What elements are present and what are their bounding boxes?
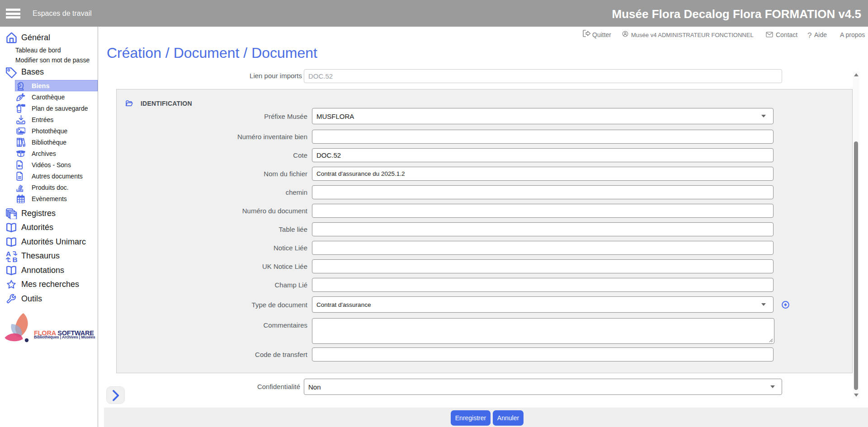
svg-text:B: B [13,256,17,262]
svg-text:A: A [6,250,11,258]
